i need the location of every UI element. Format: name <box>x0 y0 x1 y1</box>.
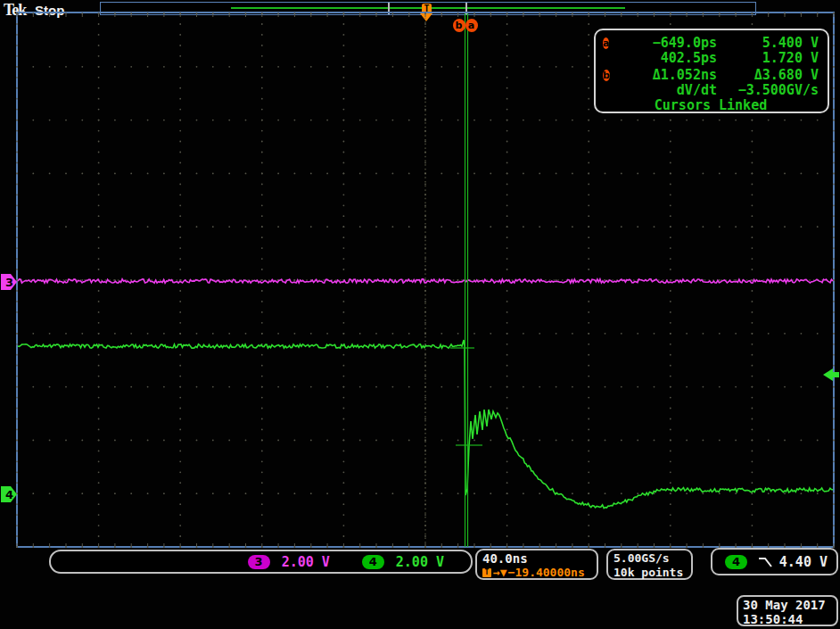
time-label: 13:50:44 <box>743 612 832 626</box>
timebase-box[interactable]: 40.0ns T →▼ −19.40000ns <box>475 549 598 580</box>
cursor-b-volt: 1.720 V <box>717 50 819 66</box>
cursor-delta-volt: Δ3.680 V <box>717 67 819 83</box>
cursor-b-handle[interactable]: b <box>453 19 465 32</box>
oscilloscope-screen: Tek Stop T 34 b a a −649.0ps 5.400 V 402… <box>0 0 840 629</box>
channel-4-badge[interactable]: 4 <box>362 555 384 569</box>
trigger-source-badge: 4 <box>725 555 747 569</box>
svg-text:4: 4 <box>5 488 13 501</box>
trigger-level-value: 4.40 V <box>779 554 828 570</box>
channel-scale-bar[interactable]: 3 2.00 V 4 2.00 V <box>49 550 473 574</box>
record-length: 10k points <box>614 566 686 580</box>
svg-text:3: 3 <box>5 276 13 289</box>
cursor-a-handle[interactable]: a <box>465 19 478 32</box>
acquisition-box[interactable]: 5.00GS/s 10k points <box>606 549 693 580</box>
channel-4-scale: 2.00 V <box>396 554 444 570</box>
sample-rate: 5.00GS/s <box>614 551 686 566</box>
channel-3-badge[interactable]: 3 <box>248 555 270 569</box>
cursor-a-time: −649.0ps <box>624 35 717 51</box>
cursor-b-time: 402.5ps <box>624 50 717 66</box>
cursor-readout-box: a −649.0ps 5.400 V 402.5ps 1.720 V b Δ1.… <box>594 29 829 113</box>
falling-edge-icon <box>758 556 774 568</box>
cursor-delta-time: Δ1.052ns <box>624 67 717 83</box>
waveform-traces <box>18 279 833 509</box>
date-label: 30 May 2017 <box>743 598 832 612</box>
cursor-a-badge: a <box>603 37 609 49</box>
channel-markers[interactable]: 34 <box>1 274 839 502</box>
dvdt-label: dV/dt <box>624 82 717 98</box>
cursors-linked-label: Cursors Linked <box>603 98 819 113</box>
channel-3-scale: 2.00 V <box>282 554 330 570</box>
trigger-box[interactable]: 4 4.40 V <box>711 548 838 575</box>
dvdt-value: −3.500GV/s <box>717 82 819 98</box>
datetime-box: 30 May 2017 13:50:44 <box>737 595 838 626</box>
delay-arrow-icons: →▼ <box>493 566 507 579</box>
trigger-delay-value: −19.40000ns <box>508 566 585 579</box>
timebase-scale: 40.0ns <box>482 551 591 566</box>
trigger-t-icon-small: T <box>482 568 491 577</box>
cursor-a-volt: 5.400 V <box>717 35 819 51</box>
cursor-b-badge: b <box>603 70 610 81</box>
